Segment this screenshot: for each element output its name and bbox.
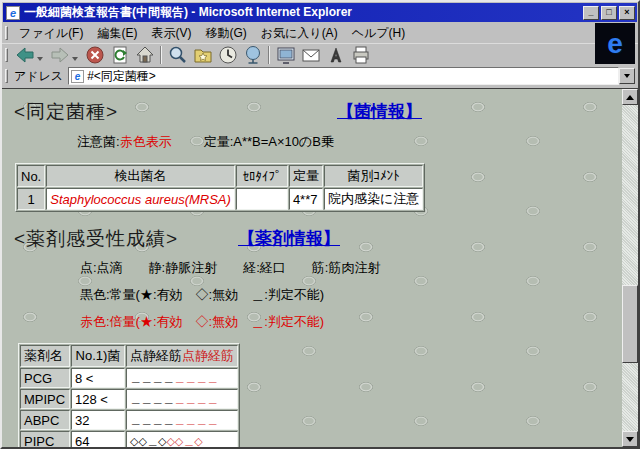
toolbar-grip[interactable] [5,48,8,62]
search-button[interactable] [165,45,190,66]
toolbar-grip[interactable] [5,26,8,40]
symbol-header-black: 点静経筋 [130,348,182,363]
menu-view[interactable]: 表示(V) [144,23,198,44]
menu-edit[interactable]: 編集(E) [90,23,144,44]
table-row: PIPC 64 ◇◇＿◇◇◇＿◇ [20,431,238,447]
address-dropdown-button[interactable] [619,68,635,84]
title-bar: e 一般細菌検査報告書(中間報告) - Microsoft Internet E… [3,3,637,22]
menu-help[interactable]: ヘルプ(H) [345,23,413,44]
toolbar-grip[interactable] [5,69,8,83]
stop-button[interactable] [82,45,107,66]
home-icon [134,44,156,66]
channels-button[interactable] [240,45,265,66]
forward-dropdown-caret[interactable] [72,57,78,61]
symbols-red: ◇◇＿◇ [166,435,202,447]
history-button[interactable] [215,45,240,66]
section2-title: <薬剤感受性成績> [14,228,178,249]
back-button[interactable] [12,45,37,66]
toolbar-separator [268,46,270,64]
menu-bar: ファイル(F) 編集(E) 表示(V) 移動(G) お気に入り(A) ヘルプ(H… [2,23,638,43]
report-page: <同定菌種> 【菌情報】 注意菌:赤色表示定量:A**B=A×10のB乗 No.… [2,89,622,447]
col-header-name: 検出菌名 [46,165,235,187]
col-header-quantity: 定量 [289,165,323,187]
forward-button[interactable] [47,45,72,66]
drug-table-header-row: 薬剤名 No.1)菌 点静経筋点静経筋 [20,345,238,367]
symbols-black: ◇◇＿◇ [130,435,166,447]
cell-bacteria-name: Staphylococcus aureus(MRSA) [46,188,235,210]
scroll-down-button[interactable] [622,431,638,447]
bacteria-name: Staphylococcus aureus(MRSA) [50,192,231,207]
bacteria-table-header-row: No. 検出菌名 ｾﾛﾀｲﾌﾟ 定量 菌別ｺﾒﾝﾄ [17,165,423,187]
table-row: MPIPC 128 < ＿＿＿＿＿＿＿＿ [20,389,238,409]
cell-mic-value: 8 < [71,368,125,388]
toolbar [2,43,638,66]
symbols-black: ＿＿＿＿ [130,372,174,384]
bacteria-info-link[interactable]: 【菌情報】 [337,100,422,123]
menu-go[interactable]: 移動(G) [198,23,253,44]
chevron-up-icon [626,95,634,100]
menu-favorites[interactable]: お気に入り(A) [254,23,345,44]
col-header-no: No. [17,165,45,187]
address-input[interactable]: e #<同定菌種> [68,67,619,85]
ie-document-icon: e [6,6,20,20]
home-button[interactable] [132,45,157,66]
print-button[interactable] [348,45,373,66]
symbols-black: ＿＿＿＿ [130,414,174,426]
cell-no: 1 [17,188,45,210]
history-icon [217,44,239,66]
symbols-black: ＿＿＿＿ [130,393,174,405]
fonts-button[interactable] [323,45,348,66]
scroll-up-button[interactable] [622,89,638,105]
cell-drug: PCG [20,368,70,388]
minimize-button[interactable]: _ [583,6,599,20]
symbols-red: ＿＿＿＿ [174,414,218,426]
channels-icon [242,44,264,66]
section-identified-species-header: <同定菌種> 【菌情報】 [14,99,622,123]
ie-logo-letter: e [607,28,623,60]
mail-icon [300,44,322,66]
section-drug-sensitivity-header: <薬剤感受性成績> 【薬剤情報】 [14,226,622,250]
cell-symbols: ＿＿＿＿＿＿＿＿ [126,368,238,388]
chevron-down-icon [624,74,630,78]
maximize-button[interactable]: □ [601,6,617,20]
content-area: <同定菌種> 【菌情報】 注意菌:赤色表示定量:A**B=A×10のB乗 No.… [2,88,638,447]
cell-symbols: ◇◇＿◇◇◇＿◇ [126,431,238,447]
table-row: ABPC 32 ＿＿＿＿＿＿＿＿ [20,410,238,430]
fullscreen-button[interactable] [273,45,298,66]
mail-button[interactable] [298,45,323,66]
refresh-button[interactable] [107,45,132,66]
cell-mic-value: 128 < [71,389,125,409]
forward-icon [49,44,71,66]
favorites-icon [192,44,214,66]
bacteria-table: No. 検出菌名 ｾﾛﾀｲﾌﾟ 定量 菌別ｺﾒﾝﾄ 1 Staphylococc… [15,163,425,212]
address-bar: アドレス e #<同定菌種> [2,66,638,88]
close-button[interactable]: × [619,6,635,20]
address-value[interactable]: #<同定菌種> [87,68,156,85]
col-header-serotype: ｾﾛﾀｲﾌﾟ [236,165,288,187]
search-icon [167,44,189,66]
notes-line: 注意菌:赤色表示定量:A**B=A×10のB乗 [77,133,622,151]
fonts-icon [325,44,347,66]
address-label: アドレス [14,68,63,85]
route-legend: 点:点滴 静:静脈注射 経:経口 筋:筋肉注射 [80,259,622,277]
cell-serotype [236,188,288,210]
scrollbar-thumb[interactable] [622,285,638,363]
col-header-comment: 菌別ｺﾒﾝﾄ [324,165,423,187]
vertical-scrollbar[interactable] [622,89,638,447]
chevron-down-icon [626,437,634,442]
cell-drug: MPIPC [20,389,70,409]
col-header-no1: No.1)菌 [71,345,125,367]
toolbar-separator [160,46,162,64]
stop-icon [84,44,106,66]
back-dropdown-caret[interactable] [37,57,43,61]
refresh-icon [109,44,131,66]
table-row: PCG 8 < ＿＿＿＿＿＿＿＿ [20,368,238,388]
menu-file[interactable]: ファイル(F) [12,23,90,44]
fullscreen-icon [275,44,297,66]
favorites-button[interactable] [190,45,215,66]
cell-quantity: 4**7 [289,188,323,210]
cell-drug: PIPC [20,431,70,447]
drug-info-link[interactable]: 【薬剤情報】 [238,227,340,250]
symbols-red: ＿＿＿＿ [174,372,218,384]
cell-mic-value: 64 [71,431,125,447]
